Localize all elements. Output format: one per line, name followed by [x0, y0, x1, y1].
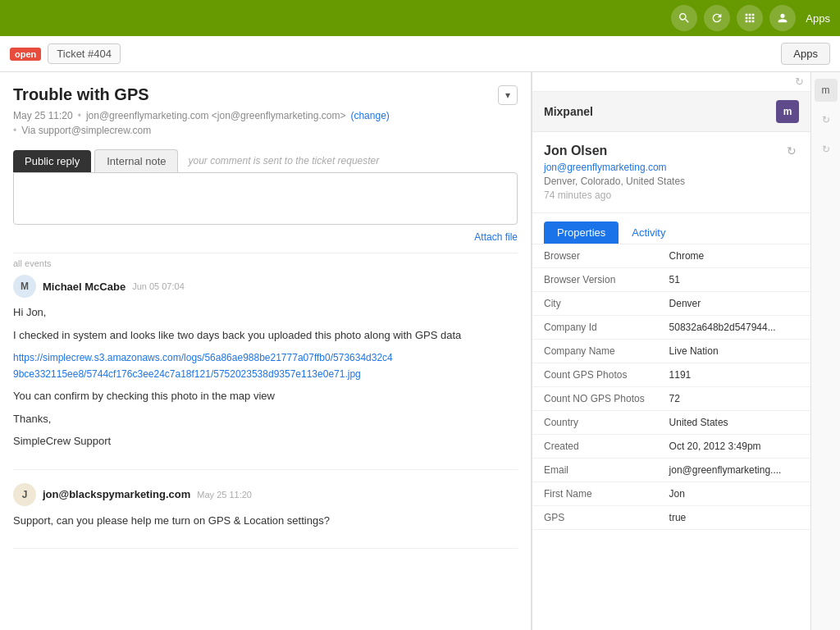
table-row: Company Name Live Nation	[532, 340, 810, 363]
message-author-2: jon@blackspymarketing.com	[43, 488, 190, 500]
avatar: M	[13, 275, 36, 298]
prop-value: Denver	[658, 292, 810, 316]
message-item-2: J jon@blackspymarketing.com May 25 11:20…	[13, 483, 518, 550]
prop-value: 50832a648b2d547944...	[658, 316, 810, 340]
msg-line-2: I checked in system and looks like two d…	[13, 327, 518, 344]
user-email[interactable]: jon@greenflymarketing.com	[544, 162, 685, 173]
prop-key: Browser Version	[532, 268, 658, 292]
prop-value: true	[658, 506, 810, 530]
message-link[interactable]: https://simplecrew.s3.amazonaws.com/logs…	[13, 352, 393, 380]
prop-key: Company Name	[532, 340, 658, 363]
prop-key: Created	[532, 435, 658, 459]
user-name: Jon Olsen	[544, 144, 685, 158]
far-right-icon-1[interactable]: m	[815, 79, 838, 102]
message-author: Michael McCabe	[43, 281, 126, 293]
dot-separator: •	[78, 110, 81, 121]
msg-line-5: SimpleCrew Support	[13, 433, 518, 450]
message-header: M Michael McCabe Jun 05 07:04	[13, 275, 518, 298]
prop-value: Oct 20, 2012 3:49pm	[658, 435, 810, 459]
prop-value: 51	[658, 268, 810, 292]
table-row: First Name Jon	[532, 482, 810, 506]
message-date-2: May 25 11:20	[197, 490, 252, 500]
prop-value: 72	[658, 387, 810, 411]
status-badge[interactable]: open	[10, 48, 41, 61]
user-profile: Jon Olsen jon@greenflymarketing.com Denv…	[532, 132, 810, 213]
apps-button[interactable]: Apps	[781, 43, 830, 65]
sidebar-refresh-icon[interactable]: ↻	[795, 75, 804, 88]
reply-textarea[interactable]	[13, 172, 518, 225]
table-row: Count NO GPS Photos 72	[532, 387, 810, 411]
table-row: Created Oct 20, 2012 3:49pm	[532, 435, 810, 459]
prop-key: City	[532, 292, 658, 316]
apps-grid-icon[interactable]	[737, 5, 763, 31]
events-divider: all events	[13, 253, 518, 268]
refresh-row: ↻	[532, 72, 810, 92]
user-last-seen: 74 minutes ago	[544, 189, 685, 201]
msg-line-3: You can confirm by checking this photo i…	[13, 388, 518, 404]
message-item: M Michael McCabe Jun 05 07:04 Hi Jon, I …	[13, 275, 518, 470]
msg-line-1: Hi Jon,	[13, 304, 518, 321]
ticket-title: Trouble with GPS	[13, 85, 149, 104]
msg-line-4: Thanks,	[13, 411, 518, 427]
prop-key: Count NO GPS Photos	[532, 387, 658, 411]
table-row: City Denver	[532, 292, 810, 316]
message-date: Jun 05 07:04	[132, 281, 185, 291]
user-info: Jon Olsen jon@greenflymarketing.com Denv…	[544, 144, 685, 201]
ticket-title-row: Trouble with GPS ▾	[13, 85, 518, 105]
prop-key: Email	[532, 459, 658, 482]
prop-key: First Name	[532, 482, 658, 506]
dropdown-button[interactable]: ▾	[498, 85, 518, 105]
ticket-meta: May 25 11:20 • jon@greenflymarketing.com…	[13, 110, 518, 121]
mixpanel-logo: m	[776, 100, 799, 123]
ticket-bar: open Ticket #404 Apps	[0, 36, 840, 72]
avatar-2: J	[13, 483, 36, 506]
activity-tab[interactable]: Activity	[619, 221, 678, 244]
change-link[interactable]: (change)	[350, 110, 389, 121]
left-panel: Trouble with GPS ▾ May 25 11:20 • jon@gr…	[0, 72, 532, 630]
far-right-refresh-2[interactable]: ↻	[815, 138, 838, 161]
prop-value: Chrome	[658, 244, 810, 268]
table-row: Email jon@greenflymarketing....	[532, 459, 810, 482]
apps-label: Apps	[806, 12, 830, 25]
far-right-refresh-1[interactable]: ↻	[815, 108, 838, 131]
table-row: Browser Version 51	[532, 268, 810, 292]
ticket-author-email: jon@greenflymarketing.com <jon@greenflym…	[86, 110, 346, 121]
prop-value: Live Nation	[658, 340, 810, 363]
user-location: Denver, Colorado, United States	[544, 176, 685, 187]
reply-hint: your comment is sent to the ticket reque…	[188, 155, 379, 167]
msg2-line-1: Support, can you please help me turn on …	[13, 513, 518, 529]
mixpanel-title: Mixpanel	[544, 105, 593, 118]
message-header-2: J jon@blackspymarketing.com May 25 11:20	[13, 483, 518, 506]
message-body-2: Support, can you please help me turn on …	[13, 513, 518, 529]
mixpanel-sidebar: ↻ Mixpanel m Jon Olsen jon@greenflymarke…	[532, 72, 810, 630]
message-body: Hi Jon, I checked in system and looks li…	[13, 304, 518, 450]
user-avatar-icon[interactable]	[769, 5, 796, 31]
prop-key: Company Id	[532, 316, 658, 340]
prop-key: GPS	[532, 506, 658, 530]
prop-key: Country	[532, 411, 658, 435]
ticket-number: Ticket #404	[48, 43, 121, 64]
dot-decorator: •	[13, 125, 16, 136]
properties-tabs: Properties Activity	[532, 213, 810, 244]
internal-note-tab[interactable]: Internal note	[94, 149, 178, 172]
attach-row: Attach file	[13, 231, 518, 243]
prop-value: 1191	[658, 363, 810, 387]
reply-tabs: Public reply Internal note your comment …	[13, 149, 518, 172]
prop-value: jon@greenflymarketing....	[658, 459, 810, 482]
mixpanel-header: Mixpanel m	[532, 92, 810, 132]
apps-label-icon[interactable]: Apps	[802, 5, 833, 31]
prop-value: Jon	[658, 482, 810, 506]
properties-tab[interactable]: Properties	[544, 221, 619, 244]
table-row: Company Id 50832a648b2d547944...	[532, 316, 810, 340]
ticket-via: • Via support@simplecrew.com	[13, 125, 518, 136]
far-right-panel: m ↻ ↻	[810, 72, 840, 630]
user-refresh-icon[interactable]: ↻	[784, 144, 799, 158]
public-reply-tab[interactable]: Public reply	[13, 150, 91, 172]
refresh-icon[interactable]	[704, 5, 730, 31]
search-icon[interactable]	[671, 5, 697, 31]
prop-value: United States	[658, 411, 810, 435]
table-row: Country United States	[532, 411, 810, 435]
topbar: Apps	[0, 0, 840, 36]
table-row: Browser Chrome	[532, 244, 810, 268]
attach-file-link[interactable]: Attach file	[474, 231, 518, 243]
